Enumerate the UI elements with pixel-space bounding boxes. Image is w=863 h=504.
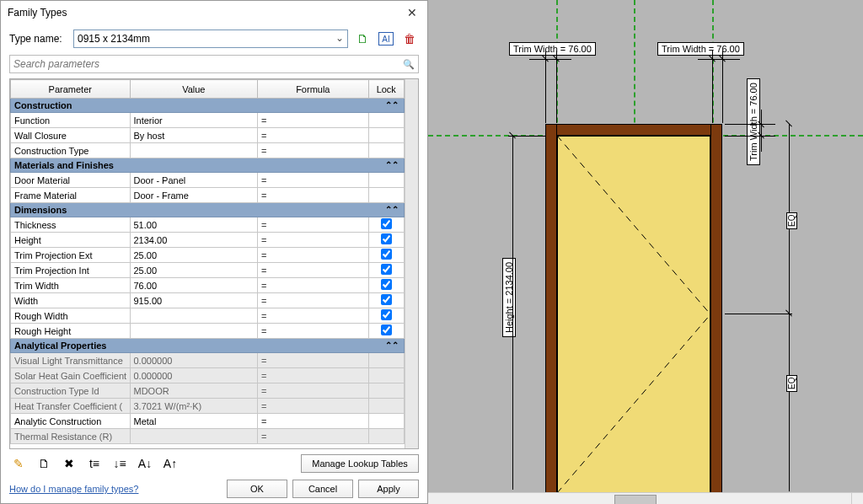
- param-value-cell[interactable]: [130, 308, 258, 324]
- param-lock-cell[interactable]: [368, 217, 404, 233]
- param-formula-cell[interactable]: =: [258, 188, 368, 203]
- param-formula-cell[interactable]: =: [258, 113, 368, 128]
- param-name-cell[interactable]: Heat Transfer Coefficient (: [11, 399, 131, 414]
- dim-eq-top[interactable]: EQ: [786, 212, 797, 229]
- lock-checkbox[interactable]: [381, 233, 392, 244]
- table-row[interactable]: Visual Light Transmittance0.000000=: [11, 353, 405, 368]
- table-row[interactable]: Analytic ConstructionMetal=: [11, 414, 405, 429]
- lock-checkbox[interactable]: [381, 218, 392, 229]
- param-value-cell[interactable]: 0.000000: [130, 368, 258, 383]
- param-value-cell[interactable]: Door - Panel: [130, 173, 258, 188]
- param-lock-cell[interactable]: [368, 399, 404, 414]
- new-parameter-button[interactable]: 🗋: [35, 454, 53, 473]
- param-formula-cell[interactable]: =: [258, 368, 368, 383]
- ok-button[interactable]: OK: [227, 480, 287, 498]
- param-value-cell[interactable]: MDOOR: [130, 383, 258, 399]
- table-row[interactable]: Construction Type=: [11, 143, 405, 158]
- param-formula-cell[interactable]: =: [258, 128, 368, 143]
- param-value-cell[interactable]: By host: [130, 128, 258, 143]
- table-row[interactable]: Trim Projection Ext25.00=: [11, 248, 405, 263]
- move-up-button[interactable]: t≡: [85, 454, 104, 473]
- table-row[interactable]: Door MaterialDoor - Panel=: [11, 173, 405, 188]
- lock-checkbox[interactable]: [381, 294, 392, 305]
- type-name-select[interactable]: 0915 x 2134mm: [73, 29, 348, 48]
- col-lock[interactable]: Lock: [368, 80, 404, 99]
- group-header[interactable]: Dimensions⌃⌃: [11, 203, 405, 217]
- manage-lookup-tables-button[interactable]: Manage Lookup Tables: [301, 454, 419, 473]
- vertical-scrollbar[interactable]: [405, 79, 418, 448]
- param-formula-cell[interactable]: =: [258, 383, 368, 399]
- param-name-cell[interactable]: Construction Type: [11, 143, 131, 158]
- param-lock-cell[interactable]: [368, 293, 404, 308]
- table-row[interactable]: Frame MaterialDoor - Frame=: [11, 188, 405, 203]
- param-value-cell[interactable]: 915.00: [130, 293, 258, 308]
- table-row[interactable]: Trim Width76.00=: [11, 278, 405, 293]
- param-formula-cell[interactable]: =: [258, 143, 368, 158]
- param-name-cell[interactable]: Door Material: [11, 173, 131, 188]
- param-name-cell[interactable]: Width: [11, 293, 131, 308]
- table-row[interactable]: Width915.00=: [11, 293, 405, 308]
- col-value[interactable]: Value: [130, 80, 258, 99]
- param-formula-cell[interactable]: =: [258, 173, 368, 188]
- param-name-cell[interactable]: Rough Height: [11, 324, 131, 339]
- param-value-cell[interactable]: 51.00: [130, 217, 258, 233]
- delete-type-button[interactable]: 🗑: [400, 29, 419, 48]
- param-value-cell[interactable]: Door - Frame: [130, 188, 258, 203]
- table-row[interactable]: Trim Projection Int25.00=: [11, 263, 405, 278]
- table-row[interactable]: Rough Width=: [11, 308, 405, 324]
- dim-label-trim-width-right[interactable]: Trim Width = 76.00: [657, 42, 744, 56]
- param-lock-cell[interactable]: [368, 368, 404, 383]
- param-formula-cell[interactable]: =: [258, 353, 368, 368]
- param-lock-cell[interactable]: [368, 383, 404, 399]
- param-lock-cell[interactable]: [368, 308, 404, 324]
- col-parameter[interactable]: Parameter: [11, 80, 131, 99]
- param-name-cell[interactable]: Height: [11, 233, 131, 248]
- param-value-cell[interactable]: 76.00: [130, 278, 258, 293]
- sort-asc-button[interactable]: A↓: [136, 454, 154, 473]
- param-formula-cell[interactable]: =: [258, 429, 368, 444]
- table-row[interactable]: Rough Height=: [11, 324, 405, 339]
- param-lock-cell[interactable]: [368, 324, 404, 339]
- param-name-cell[interactable]: Thermal Resistance (R): [11, 429, 131, 444]
- table-row[interactable]: Solar Heat Gain Coefficient0.000000=: [11, 368, 405, 383]
- param-name-cell[interactable]: Construction Type Id: [11, 383, 131, 399]
- param-value-cell[interactable]: 2134.00: [130, 233, 258, 248]
- param-lock-cell[interactable]: [368, 353, 404, 368]
- table-row[interactable]: Construction Type IdMDOOR=: [11, 383, 405, 399]
- param-lock-cell[interactable]: [368, 173, 404, 188]
- param-value-cell[interactable]: 0.000000: [130, 353, 258, 368]
- param-name-cell[interactable]: Visual Light Transmittance: [11, 353, 131, 368]
- edit-parameter-button[interactable]: ✎: [9, 454, 28, 473]
- table-row[interactable]: FunctionInterior=: [11, 113, 405, 128]
- param-formula-cell[interactable]: =: [258, 263, 368, 278]
- lock-checkbox[interactable]: [381, 324, 392, 335]
- table-row[interactable]: Thickness51.00=: [11, 217, 405, 233]
- param-value-cell[interactable]: 25.00: [130, 263, 258, 278]
- rename-type-button[interactable]: AI: [377, 29, 395, 48]
- group-header[interactable]: Construction⌃⌃: [11, 99, 405, 113]
- param-name-cell[interactable]: Wall Closure: [11, 128, 131, 143]
- move-down-button[interactable]: ↓≡: [110, 454, 129, 473]
- param-name-cell[interactable]: Trim Width: [11, 278, 131, 293]
- param-name-cell[interactable]: Trim Projection Ext: [11, 248, 131, 263]
- new-type-button[interactable]: 🗋: [353, 29, 372, 48]
- search-parameters[interactable]: 🔍: [9, 55, 419, 73]
- lock-checkbox[interactable]: [381, 279, 392, 290]
- lock-checkbox[interactable]: [381, 249, 392, 260]
- dim-label-trim-width-left[interactable]: Trim Width = 76.00: [509, 42, 596, 56]
- door-trim-top[interactable]: [545, 124, 722, 136]
- param-lock-cell[interactable]: [368, 113, 404, 128]
- param-name-cell[interactable]: Function: [11, 113, 131, 128]
- door-trim-left[interactable]: [545, 124, 557, 493]
- param-name-cell[interactable]: Analytic Construction: [11, 414, 131, 429]
- param-lock-cell[interactable]: [368, 414, 404, 429]
- param-lock-cell[interactable]: [368, 128, 404, 143]
- param-formula-cell[interactable]: =: [258, 414, 368, 429]
- group-header[interactable]: Materials and Finishes⌃⌃: [11, 158, 405, 173]
- param-lock-cell[interactable]: [368, 248, 404, 263]
- delete-parameter-button[interactable]: ✖: [60, 454, 78, 473]
- group-header[interactable]: Analytical Properties⌃⌃: [11, 339, 405, 353]
- apply-button[interactable]: Apply: [358, 480, 419, 498]
- param-formula-cell[interactable]: =: [258, 308, 368, 324]
- lock-checkbox[interactable]: [381, 264, 392, 275]
